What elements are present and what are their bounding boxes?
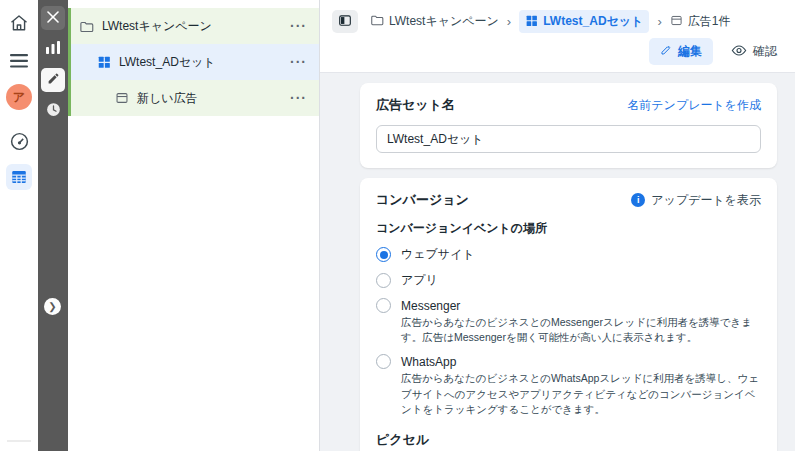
radio-option-label: Messenger: [401, 299, 460, 313]
breadcrumb-ads[interactable]: 広告1件: [670, 13, 731, 30]
info-icon: i: [631, 193, 645, 207]
bar-chart-icon: [46, 41, 60, 57]
tree-row-label: LWtest_ADセット: [119, 54, 290, 71]
topbar: LWtestキャンペーン › LWtest_ADセット › 広告1件 編集: [320, 0, 795, 73]
sidebar-toggle-icon: [337, 13, 353, 31]
more-menu-button[interactable]: ···: [290, 90, 307, 106]
breadcrumb-separator: ›: [507, 14, 511, 29]
app-sidebar: ア: [0, 0, 38, 451]
adset-name-input[interactable]: [376, 125, 761, 153]
show-updates-link[interactable]: i アップデートを表示: [631, 192, 761, 209]
sidebar-divider: [7, 440, 31, 442]
tree-rows: LWtestキャンペーン ··· LWtest_ADセット ··· 新しい広告 …: [68, 8, 319, 116]
clock-icon: [45, 101, 62, 121]
ad-icon: [670, 14, 683, 30]
edit-tool-button[interactable]: [41, 68, 65, 92]
radio-icon[interactable]: [376, 354, 391, 369]
tree-row-campaign[interactable]: LWtestキャンペーン ···: [71, 8, 319, 44]
breadcrumb-campaign[interactable]: LWtestキャンペーン: [370, 13, 499, 30]
radio-option-website[interactable]: ウェブサイト: [376, 246, 761, 263]
close-icon: [47, 11, 59, 26]
breadcrumb-campaign-label: LWtestキャンペーン: [389, 13, 499, 30]
review-button[interactable]: 確認: [731, 43, 777, 60]
gauge-icon[interactable]: [6, 128, 32, 154]
pencil-icon: [47, 72, 60, 88]
conversion-card: コンバージョン i アップデートを表示 コンバージョンイベントの場所 ウェブサイ…: [360, 178, 777, 451]
expand-panel-button[interactable]: ❯: [44, 298, 61, 315]
more-menu-button[interactable]: ···: [290, 54, 307, 70]
ad-icon: [115, 91, 129, 105]
eye-icon: [731, 44, 747, 60]
pixel-section-title: ピクセル: [376, 431, 761, 449]
messenger-description: 広告からあなたのビジネスとのMessengerスレッドに利用者を誘導できます。広…: [401, 315, 761, 345]
radio-icon[interactable]: [376, 298, 391, 313]
chevron-right-icon: ❯: [48, 302, 56, 312]
folder-icon: [79, 19, 94, 34]
breadcrumb-separator: ›: [657, 14, 661, 29]
campaign-tree-panel: LWtestキャンペーン ··· LWtest_ADセット ··· 新しい広告 …: [68, 0, 320, 451]
adset-name-title: 広告セット名: [376, 96, 455, 114]
tool-rail: ❯: [38, 0, 68, 451]
performance-chart-button[interactable]: [41, 37, 65, 61]
folder-icon: [370, 13, 384, 30]
adset-grid-icon: [525, 14, 538, 30]
tree-row-label: 新しい広告: [137, 90, 290, 107]
tree-row-label: LWtestキャンペーン: [102, 18, 290, 35]
breadcrumb: LWtestキャンペーン › LWtest_ADセット › 広告1件: [332, 10, 777, 33]
whatsapp-description: 広告からあなたのビジネスとのWhatsAppスレッドに利用者を誘導し、ウェブサイ…: [401, 371, 761, 417]
tree-row-adset[interactable]: LWtest_ADセット ···: [71, 44, 319, 80]
edit-pane: 広告セット名 名前テンプレートを作成 コンバージョン i アップデートを表示 コ…: [320, 73, 795, 451]
edit-button[interactable]: 編集: [649, 38, 713, 65]
main-panel: LWtestキャンペーン › LWtest_ADセット › 広告1件 編集: [320, 0, 795, 451]
radio-icon[interactable]: [376, 273, 391, 288]
review-button-label: 確認: [753, 43, 777, 60]
avatar[interactable]: ア: [6, 84, 32, 110]
adset-grid-icon: [97, 55, 111, 69]
radio-option-messenger[interactable]: Messenger: [376, 298, 761, 313]
radio-option-label: WhatsApp: [401, 355, 456, 369]
action-row: 編集 確認: [332, 38, 777, 65]
close-panel-button[interactable]: [41, 6, 65, 30]
name-template-link[interactable]: 名前テンプレートを作成: [627, 97, 761, 114]
table-icon[interactable]: [6, 164, 32, 190]
breadcrumb-adset[interactable]: LWtest_ADセット: [519, 10, 649, 33]
history-button[interactable]: [41, 99, 65, 123]
ads-manager-app: ア ❯ LWtestキャンペーン ···: [0, 0, 795, 451]
breadcrumb-adset-label: LWtest_ADセット: [543, 13, 643, 30]
more-menu-button[interactable]: ···: [290, 18, 307, 34]
home-icon[interactable]: [6, 10, 32, 36]
show-updates-label: アップデートを表示: [651, 192, 761, 209]
menu-icon[interactable]: [6, 48, 32, 74]
conversion-location-label: コンバージョンイベントの場所: [376, 220, 761, 237]
radio-option-label: アプリ: [401, 272, 438, 289]
tree-row-ad[interactable]: 新しい広告 ···: [71, 80, 319, 116]
radio-option-app[interactable]: アプリ: [376, 272, 761, 289]
breadcrumb-ads-label: 広告1件: [688, 13, 731, 30]
radio-option-whatsapp[interactable]: WhatsApp: [376, 354, 761, 369]
radio-option-label: ウェブサイト: [401, 246, 475, 263]
radio-selected-icon[interactable]: [376, 247, 391, 262]
edit-button-label: 編集: [678, 43, 702, 60]
pencil-icon: [660, 44, 672, 59]
collapse-tree-button[interactable]: [332, 10, 358, 33]
conversion-title: コンバージョン: [376, 191, 469, 209]
adset-name-card: 広告セット名 名前テンプレートを作成: [360, 83, 777, 168]
